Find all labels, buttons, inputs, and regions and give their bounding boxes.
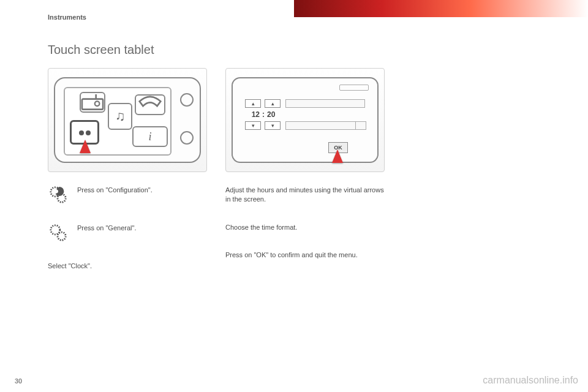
step-choose-time-format: Choose the time format.: [225, 222, 385, 232]
steps-grid: Press on "Configuration". Press on "Gene…: [48, 184, 550, 271]
hour-down-button[interactable]: ▾: [245, 121, 261, 130]
device-outline: ▴ ▴ 12 : 20 ▾ ▾ OK: [232, 77, 379, 163]
device-outline: ♫ i: [54, 77, 201, 163]
format-field-1[interactable]: [285, 99, 365, 108]
step-text: Adjust the hours and minutes using the v…: [225, 184, 385, 205]
device-top-slot: [339, 85, 369, 91]
device-knob-bottom: [180, 131, 194, 145]
format-field-2b[interactable]: [355, 121, 366, 130]
page-number: 30: [15, 377, 22, 385]
svg-point-2: [95, 101, 100, 106]
figure-clock-adjust: ▴ ▴ 12 : 20 ▾ ▾ OK: [225, 68, 385, 172]
clock-minutes: 20: [267, 110, 275, 119]
svg-point-9: [54, 228, 58, 232]
config-dots-icon: [79, 127, 91, 137]
tile-radio: [80, 92, 105, 113]
red-cursor-icon: [80, 140, 91, 153]
step-press-configuration: Press on "Configuration".: [48, 184, 207, 205]
tile-media: ♫: [108, 103, 132, 130]
hour-up-button[interactable]: ▴: [245, 99, 261, 108]
steps-column-right: Adjust the hours and minutes using the v…: [225, 184, 385, 271]
clock-colon: :: [262, 110, 265, 119]
figure-touch-tablet-menu: ♫ i: [48, 68, 207, 172]
steps-column-left: Press on "Configuration". Press on "Gene…: [48, 184, 207, 271]
step-text: Choose the time format.: [225, 222, 385, 232]
device-knob-top: [180, 93, 194, 107]
svg-point-10: [60, 235, 63, 238]
step-adjust-hours-minutes: Adjust the hours and minutes using the v…: [225, 184, 385, 205]
phone-icon: [136, 94, 164, 116]
header-left-block: Instruments: [0, 0, 294, 22]
minute-up-button[interactable]: ▴: [265, 99, 281, 108]
red-cursor-icon: [332, 149, 343, 163]
step-select-clock: Select "Clock".: [48, 260, 207, 271]
step-press-ok: Press on "OK" to confirm and quit the me…: [225, 249, 385, 260]
page-header-bar: Instruments: [0, 0, 588, 22]
radio-icon: [81, 94, 104, 111]
tile-phone: [135, 94, 165, 115]
page-content: Touch screen tablet ♫ i: [48, 43, 550, 271]
clock-display: 12 : 20: [245, 109, 282, 120]
header-section-label: Instruments: [48, 13, 86, 21]
device-screen: ♫ i: [64, 87, 172, 156]
step-text: Press on "Configuration".: [77, 184, 207, 205]
header-red-gradient: [294, 0, 588, 17]
tile-information: i: [132, 126, 168, 147]
format-field-2[interactable]: [285, 121, 365, 130]
svg-point-5: [54, 190, 58, 194]
step-text: Press on "General".: [77, 222, 207, 243]
step-text: Select "Clock".: [48, 260, 207, 271]
gear-icon: [48, 184, 69, 205]
gear-icon: [48, 222, 69, 243]
step-press-general: Press on "General".: [48, 222, 207, 243]
watermark: carmanualsonline.info: [483, 375, 578, 386]
svg-point-6: [60, 197, 63, 200]
section-title: Touch screen tablet: [48, 43, 550, 57]
minute-down-button[interactable]: ▾: [265, 121, 281, 130]
clock-hours: 12: [252, 110, 260, 119]
step-text: Press on "OK" to confirm and quit the me…: [225, 249, 385, 260]
figures-row: ♫ i ▴ ▴ 12 : 20: [48, 68, 550, 172]
